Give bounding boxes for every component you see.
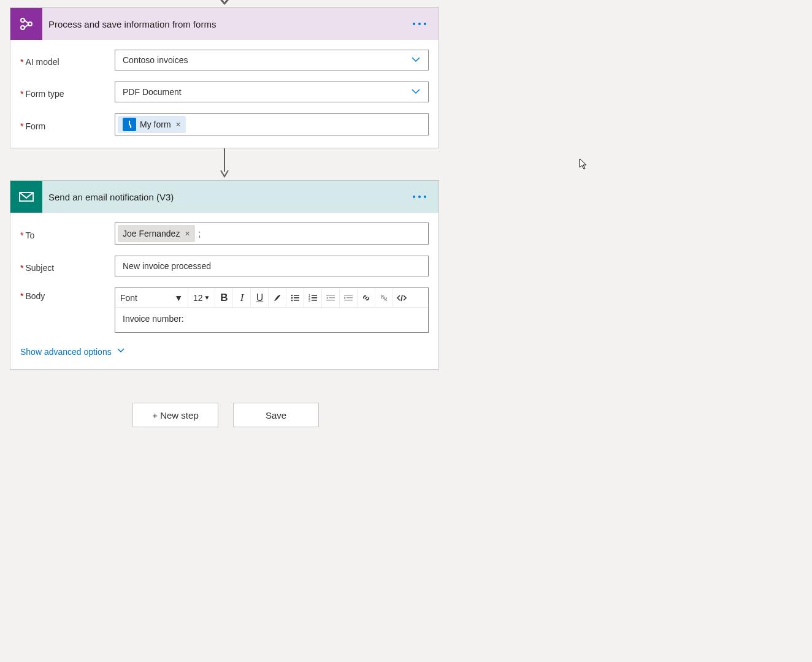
bullet-list-button[interactable] <box>286 288 304 307</box>
svg-point-12 <box>291 299 293 301</box>
bold-button[interactable]: B <box>215 288 232 307</box>
svg-point-2 <box>28 22 32 26</box>
indent-button[interactable] <box>340 288 357 307</box>
chevron-down-icon <box>117 346 125 357</box>
ai-model-dropdown[interactable]: Contoso invoices <box>115 50 429 70</box>
svg-point-0 <box>21 18 25 22</box>
label-form: Form <box>25 121 45 131</box>
card-menu-button[interactable] <box>408 181 431 213</box>
step-send-email: Send an email notification (V3) *To Joe … <box>10 180 439 370</box>
subject-value: New invoice processed <box>123 261 211 271</box>
recipient-suffix: ; <box>199 229 201 238</box>
font-color-button[interactable] <box>269 288 286 307</box>
svg-point-10 <box>291 297 293 299</box>
svg-line-3 <box>25 20 28 23</box>
svg-rect-21 <box>329 297 335 298</box>
form-type-dropdown[interactable]: PDF Document <box>115 82 429 102</box>
svg-rect-15 <box>312 295 317 296</box>
form-token-label: My form <box>140 120 171 129</box>
svg-point-5 <box>129 121 130 122</box>
to-input[interactable]: Joe Fernandez × ; <box>115 223 429 245</box>
svg-rect-22 <box>326 300 335 300</box>
recipient-token[interactable]: Joe Fernandez × <box>118 225 195 242</box>
step-process-forms: Process and save information from forms … <box>10 7 439 148</box>
unlink-button[interactable] <box>375 288 393 307</box>
card-header-process[interactable]: Process and save information from forms <box>10 8 439 40</box>
form-input[interactable]: My form × <box>115 113 429 135</box>
recipient-label: Joe Fernandez <box>123 229 180 238</box>
italic-button[interactable]: I <box>233 288 250 307</box>
ai-model-value: Contoso invoices <box>123 55 188 65</box>
svg-rect-20 <box>326 295 335 295</box>
card-header-email[interactable]: Send an email notification (V3) <box>10 181 439 213</box>
save-button[interactable]: Save <box>233 403 319 427</box>
label-subject: Subject <box>25 263 54 273</box>
font-dropdown[interactable]: Font ▼ <box>115 288 188 307</box>
code-view-button[interactable] <box>393 288 410 307</box>
ai-builder-icon <box>10 8 42 40</box>
remove-token-button[interactable]: × <box>176 120 181 129</box>
form-type-value: PDF Document <box>123 87 182 97</box>
mail-icon <box>10 181 42 213</box>
svg-rect-11 <box>294 297 299 299</box>
card-title: Process and save information from forms <box>48 19 216 29</box>
svg-rect-23 <box>344 295 353 295</box>
form-token[interactable]: My form × <box>118 116 186 133</box>
svg-point-8 <box>291 294 293 296</box>
font-size-dropdown[interactable]: 12 ▼ <box>188 288 215 307</box>
svg-rect-19 <box>312 300 317 301</box>
label-ai-model: AI model <box>25 57 59 67</box>
svg-rect-13 <box>294 300 299 301</box>
svg-rect-25 <box>344 300 353 300</box>
chevron-down-icon <box>411 55 421 66</box>
outdent-button[interactable] <box>322 288 339 307</box>
chevron-down-icon <box>411 86 421 98</box>
manual-trigger-icon <box>123 118 136 131</box>
label-to: To <box>25 230 34 240</box>
svg-rect-9 <box>294 295 299 296</box>
caret-down-icon: ▼ <box>204 294 210 301</box>
new-step-button[interactable]: + New step <box>132 403 218 427</box>
remove-recipient-button[interactable]: × <box>185 229 190 238</box>
subject-input[interactable]: New invoice processed <box>115 256 429 276</box>
rte-toolbar: Font ▼ 12 ▼ B I <box>115 288 428 308</box>
body-editor: Font ▼ 12 ▼ B I <box>115 287 429 333</box>
caret-down-icon: ▼ <box>174 293 183 303</box>
svg-rect-17 <box>312 297 317 299</box>
svg-line-4 <box>25 25 28 28</box>
show-advanced-options[interactable]: Show advanced options <box>20 346 125 357</box>
label-form-type: Form type <box>25 89 64 99</box>
svg-rect-24 <box>347 297 353 298</box>
number-list-button[interactable]: 123 <box>304 288 321 307</box>
svg-text:3: 3 <box>308 299 310 302</box>
card-title: Send an email notification (V3) <box>48 192 174 202</box>
font-size-label: 12 <box>193 293 203 303</box>
label-body: Body <box>25 291 45 301</box>
body-content[interactable]: Invoice number: <box>115 308 428 332</box>
card-menu-button[interactable] <box>408 8 431 40</box>
link-button[interactable] <box>358 288 375 307</box>
flow-connector <box>10 148 439 178</box>
underline-button[interactable]: U <box>251 288 268 307</box>
font-label: Font <box>120 293 137 303</box>
svg-point-1 <box>21 26 25 29</box>
